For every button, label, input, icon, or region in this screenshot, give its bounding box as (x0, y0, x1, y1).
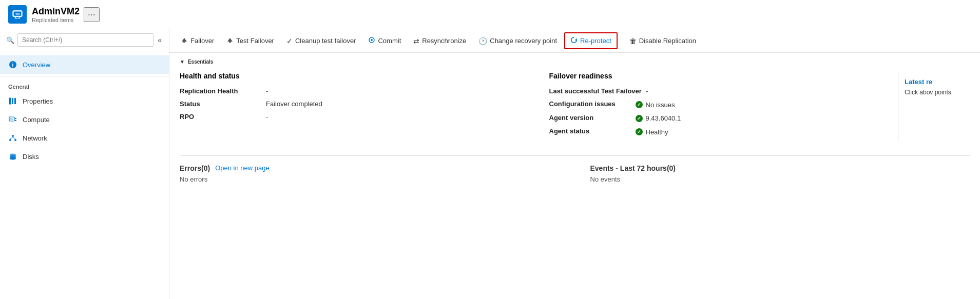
failover-button[interactable]: Failover (176, 33, 219, 48)
search-input[interactable] (17, 33, 153, 47)
essentials-section: ▼ Essentials Health and status Replicati… (169, 53, 980, 147)
svg-rect-12 (15, 118, 16, 119)
disks-icon (8, 152, 17, 161)
agent-status-icon (636, 128, 643, 135)
last-test-failover-label: Last successful Test Failover (549, 87, 642, 95)
svg-point-16 (14, 139, 16, 141)
vm-icon: VM (8, 5, 27, 24)
status-value: Failover completed (266, 100, 322, 108)
reprotect-icon (570, 36, 578, 45)
health-title: Health and status (180, 72, 529, 80)
network-label: Network (23, 134, 47, 142)
events-title: Events - Last 72 hours(0) (590, 164, 970, 172)
essentials-grid: Health and status Replication Health - S… (180, 72, 970, 141)
main-content: Failover Test Failover ✓ Cleanup test fa… (169, 29, 980, 299)
svg-rect-25 (229, 41, 231, 43)
essentials-toggle[interactable]: ▼ Essentials (180, 59, 970, 65)
page-header: VM AdminVM2 Replicated items ··· (0, 0, 980, 29)
latest-title: Latest re (905, 78, 964, 86)
delete-icon: 🗑 (629, 37, 637, 45)
latest-text: Click abov points. (905, 89, 964, 96)
replication-health-label: Replication Health (180, 87, 262, 95)
config-issues-icon (636, 101, 643, 108)
svg-line-18 (13, 137, 15, 139)
svg-text:i: i (12, 62, 14, 68)
page-content-area: ▼ Essentials Health and status Replicati… (169, 53, 980, 299)
reprotect-button[interactable]: Re-protect (564, 32, 618, 49)
more-options-button[interactable]: ··· (84, 7, 100, 22)
errors-title-text: Errors(0) (180, 164, 210, 172)
test-failover-button[interactable]: Test Failover (221, 33, 279, 48)
errors-message: No errors (180, 175, 560, 183)
open-new-page-link[interactable]: Open in new page (215, 164, 270, 172)
sidebar-item-network[interactable]: Network (0, 129, 169, 147)
rpo-label: RPO (180, 113, 262, 121)
search-icon: 🔍 (6, 36, 14, 44)
replication-health-row: Replication Health - (180, 87, 529, 95)
clock-icon: 🕐 (478, 37, 487, 45)
cleanup-test-button[interactable]: ✓ Cleanup test failover (281, 34, 361, 48)
properties-label: Properties (23, 97, 53, 105)
vm-name: AdminVM2 (32, 6, 80, 17)
config-issues-status: No issues (636, 101, 675, 109)
properties-icon (8, 96, 17, 106)
replication-health-value: - (266, 87, 268, 95)
rpo-row: RPO - (180, 113, 529, 121)
info-icon: i (8, 60, 17, 69)
essentials-label: Essentials (188, 59, 213, 65)
general-section-label: General (0, 78, 169, 92)
resynchronize-button[interactable]: ⇄ Resynchronize (408, 34, 471, 48)
agent-version-row: Agent version 9.43.6040.1 (549, 114, 898, 123)
agent-version-icon (636, 115, 643, 122)
agent-status-status: Healthy (636, 128, 668, 136)
commit-button[interactable]: Commit (363, 33, 406, 48)
vm-subtitle: Replicated items (32, 17, 80, 23)
footer-section: Errors(0) Open in new page No errors Eve… (169, 164, 980, 189)
config-issues-value: No issues (646, 101, 675, 109)
svg-rect-8 (12, 98, 13, 104)
section-divider (180, 155, 970, 156)
status-label: Status (180, 100, 262, 108)
latest-panel: Latest re Click abov points. (898, 72, 970, 141)
svg-point-15 (9, 139, 11, 141)
last-test-failover-value: - (646, 87, 648, 95)
errors-title: Errors(0) Open in new page (180, 164, 560, 172)
overview-label: Overview (23, 61, 50, 69)
sidebar-item-overview[interactable]: i Overview (0, 55, 169, 74)
sidebar-item-properties[interactable]: Properties (0, 92, 169, 110)
compute-label: Compute (23, 116, 50, 124)
agent-status-row: Agent status Healthy (549, 127, 898, 136)
config-issues-row: Configuration issues No issues (549, 100, 898, 109)
failover-title: Failover readiness (549, 72, 898, 80)
sidebar-item-compute[interactable]: Compute (0, 110, 169, 129)
disable-replication-button[interactable]: 🗑 Disable Replication (624, 34, 701, 48)
network-icon (8, 133, 17, 143)
events-col: Events - Last 72 hours(0) No events (590, 164, 970, 183)
svg-point-23 (10, 157, 16, 160)
svg-line-17 (10, 137, 13, 139)
svg-text:VM: VM (15, 12, 20, 15)
svg-rect-13 (15, 120, 16, 121)
agent-status-value: Healthy (646, 128, 668, 136)
config-issues-label: Configuration issues (549, 100, 631, 108)
search-bar: 🔍 « (0, 29, 169, 51)
collapse-button[interactable]: « (157, 35, 163, 45)
sidebar-item-disks[interactable]: Disks (0, 147, 169, 166)
svg-point-14 (12, 135, 14, 137)
toolbar-separator (621, 36, 621, 46)
agent-version-status: 9.43.6040.1 (636, 114, 681, 122)
failover-column: Failover readiness Last successful Test … (529, 72, 898, 141)
disks-label: Disks (23, 153, 39, 161)
change-recovery-button[interactable]: 🕐 Change recovery point (473, 34, 562, 48)
rpo-value: - (266, 113, 268, 121)
events-message: No events (590, 175, 970, 183)
chevron-down-icon: ▼ (180, 59, 185, 65)
last-test-failover-row: Last successful Test Failover - (549, 87, 898, 95)
svg-rect-9 (14, 98, 16, 104)
failover-icon (181, 36, 188, 45)
svg-rect-24 (183, 41, 185, 43)
errors-col: Errors(0) Open in new page No errors (180, 164, 560, 183)
svg-rect-11 (10, 118, 13, 120)
svg-point-27 (371, 39, 373, 41)
agent-status-label: Agent status (549, 127, 631, 135)
